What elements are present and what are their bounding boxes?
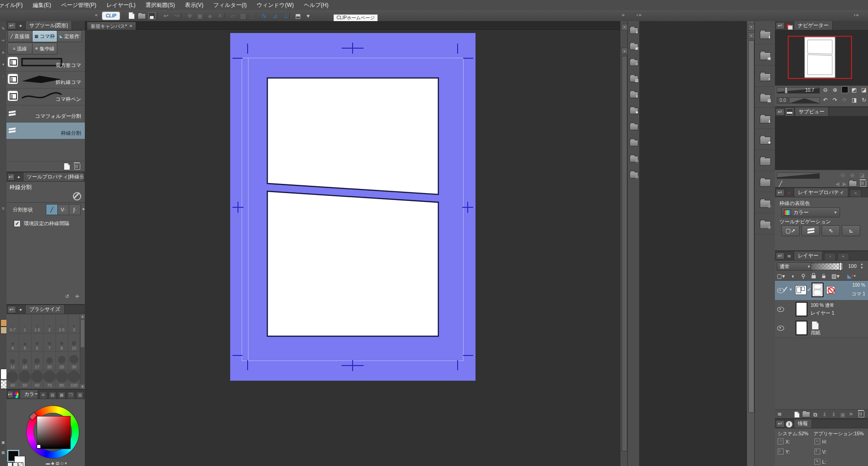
layer-thumbnail[interactable] bbox=[812, 283, 824, 297]
scroll-up-icon[interactable]: ▴ bbox=[748, 32, 755, 39]
folder-download-icon[interactable]: ⬇ bbox=[755, 110, 775, 129]
manga-page[interactable] bbox=[230, 33, 475, 381]
rotate-ccw-icon[interactable]: ↶ bbox=[821, 96, 830, 104]
select-shade-icon[interactable]: ▨ bbox=[238, 11, 248, 20]
navigator-thumbnail[interactable] bbox=[788, 36, 852, 79]
folder-cross-icon[interactable]: ✕ bbox=[755, 68, 775, 87]
opacity-slider[interactable] bbox=[811, 263, 843, 270]
scroll-down-icon[interactable]: ▼ bbox=[80, 384, 85, 389]
expand-strip-icon[interactable]: ‹ » bbox=[636, 12, 641, 17]
slider-mode-icons[interactable]: ▬ ◆ ▤ ◇ ▾ bbox=[46, 461, 67, 466]
new-folder-icon[interactable] bbox=[802, 411, 811, 418]
ruler-visibility-icon[interactable]: ◣✕▾ bbox=[844, 272, 859, 280]
folder-burst-icon[interactable]: ✸ bbox=[755, 131, 775, 150]
scroll-down-icon[interactable]: ▾ bbox=[621, 24, 628, 30]
sv-marker[interactable] bbox=[37, 444, 41, 449]
curve-tool-icon[interactable]: S bbox=[0, 206, 6, 211]
reset-all-icon[interactable]: ↻ bbox=[859, 96, 868, 104]
expression-color-dropdown[interactable]: カラー ▼ bbox=[781, 207, 840, 217]
paste-icon[interactable]: ▣ bbox=[195, 11, 205, 20]
subtool-tab-0[interactable]: ╱直接描 bbox=[7, 30, 33, 42]
flip-vertical-icon[interactable]: ◪ bbox=[859, 86, 868, 94]
folder-record-icon[interactable]: ◎ bbox=[628, 168, 640, 182]
merge-down-icon[interactable]: ⬇ bbox=[820, 411, 829, 418]
menu-item-3[interactable]: レイヤー(L) bbox=[101, 0, 141, 10]
transparent-chip[interactable] bbox=[18, 462, 23, 466]
white-swatch[interactable] bbox=[0, 369, 7, 380]
opacity-spinner[interactable]: ▲▼ bbox=[859, 262, 864, 270]
canvas-view[interactable] bbox=[85, 29, 620, 466]
folder-checker-icon[interactable]: ▦ bbox=[628, 72, 640, 85]
color-set-tab[interactable]: ▤ bbox=[49, 391, 56, 399]
canvas-tab[interactable]: 新規キャンバス* bbox=[87, 22, 136, 30]
brush-size-4[interactable]: 4 bbox=[6, 333, 19, 352]
brush-size-25[interactable]: 25 bbox=[55, 351, 68, 371]
collapse-strip-icon[interactable]: » bbox=[622, 12, 624, 17]
collapse-right-icon[interactable]: ‹ » bbox=[854, 12, 858, 17]
delete-icon[interactable] bbox=[858, 179, 868, 187]
zoom-out-icon[interactable]: ⊖ bbox=[838, 171, 847, 179]
sub-color-chip[interactable] bbox=[13, 462, 18, 466]
brush-size-40[interactable]: 40 bbox=[6, 370, 19, 389]
intermediate-color-tab[interactable]: ▦ bbox=[58, 391, 66, 399]
layer-color-icon[interactable]: ▢▾ bbox=[775, 272, 787, 280]
palette-icon[interactable]: ▣ bbox=[0, 440, 6, 444]
wrench-icon[interactable] bbox=[73, 192, 81, 200]
panel-menu-icon[interactable]: ▸≡ bbox=[7, 173, 15, 181]
folder-download-icon[interactable]: ⬇ bbox=[755, 26, 775, 44]
saturation-value-square[interactable] bbox=[37, 416, 71, 449]
reset-settings-icon[interactable]: ↺ bbox=[65, 294, 69, 300]
panel-menu-icon[interactable]: ▸≡ bbox=[7, 391, 13, 398]
save-icon[interactable] bbox=[147, 11, 156, 20]
main-color-chip[interactable] bbox=[7, 462, 12, 466]
panel-menu-icon[interactable]: ▸≡ bbox=[776, 189, 785, 196]
brush-size-1[interactable]: 1 bbox=[19, 314, 32, 333]
shape-tool-icon[interactable]: ▫ bbox=[0, 74, 6, 78]
layer-row-2[interactable]: 用紙 bbox=[775, 318, 868, 338]
subtool-item-0[interactable]: 長方形コマ bbox=[6, 55, 85, 72]
folder-cross-icon[interactable]: ✕ bbox=[628, 56, 640, 69]
dropdown-icon[interactable]: ▾ bbox=[0, 62, 6, 67]
brush-size-100[interactable]: 100 bbox=[68, 370, 81, 389]
pin-icon[interactable]: ⚲ bbox=[799, 272, 808, 280]
snap-ruler-icon[interactable]: N bbox=[260, 11, 269, 20]
select-tool-button[interactable]: ⇖ bbox=[822, 225, 840, 236]
register-settings-icon[interactable]: ✛ bbox=[75, 294, 79, 300]
zoom-in-icon[interactable]: ⊕ bbox=[830, 86, 840, 94]
apply-mask-icon[interactable]: ▣ bbox=[838, 411, 847, 418]
brush-size-60[interactable]: 60 bbox=[31, 370, 44, 389]
text-tool-icon[interactable]: A bbox=[0, 50, 6, 55]
zoom-out-icon[interactable]: ⊖ bbox=[821, 86, 830, 94]
zoom-slider-handle[interactable] bbox=[785, 87, 788, 94]
object-tool-button[interactable]: ▢➚ bbox=[781, 225, 800, 236]
menu-item-0[interactable]: ファイル(F) bbox=[0, 0, 28, 10]
subtool-tab-1[interactable]: ▦コマ枠 bbox=[32, 30, 57, 42]
menu-item-5[interactable]: 表示(V) bbox=[180, 0, 209, 10]
brush-size-1.5[interactable]: 1.5 bbox=[31, 314, 44, 333]
folder-record-icon[interactable]: ◎ bbox=[755, 194, 775, 213]
rotate-cw-icon[interactable]: ↷ bbox=[830, 96, 840, 104]
gap-checkbox-row[interactable]: ✓ 環境設定の枠線間隔 bbox=[14, 220, 69, 227]
folder-record-icon[interactable]: ◎ bbox=[628, 152, 640, 166]
new-layer-icon[interactable] bbox=[792, 411, 802, 418]
straight-split-button[interactable]: ╱ bbox=[46, 204, 58, 215]
flip-horizontal-icon[interactable]: ◩ bbox=[850, 86, 859, 94]
undo-icon[interactable]: ↩ bbox=[161, 11, 171, 20]
curve-split-button[interactable]: ʃ· bbox=[69, 204, 81, 215]
select-rect-icon[interactable]: ▱ bbox=[228, 11, 238, 20]
brush-size-50[interactable]: 50 bbox=[19, 370, 32, 389]
folder-icon[interactable] bbox=[755, 152, 775, 171]
subtool-item-1[interactable]: 折れ線コマ bbox=[6, 72, 85, 89]
blend-mode-dropdown[interactable]: 通常 ▼ bbox=[777, 262, 813, 271]
subview-zoom-slider[interactable] bbox=[777, 172, 820, 179]
subtool-tab-2[interactable]: ◣定規作 bbox=[57, 30, 82, 42]
layer-visible-icon[interactable] bbox=[777, 326, 784, 331]
lock-transparent-icon[interactable] bbox=[819, 272, 828, 279]
open-folder-icon[interactable] bbox=[848, 180, 857, 188]
folder-download-icon[interactable]: ⬇ bbox=[628, 24, 640, 37]
menu-item-7[interactable]: ウィンドウ(W) bbox=[252, 0, 299, 10]
pen-tool-icon[interactable]: ✎ bbox=[0, 27, 6, 31]
fill-icon[interactable]: ◈ bbox=[205, 11, 215, 20]
brush-size-30[interactable]: 30 bbox=[68, 351, 81, 371]
brush-size-8[interactable]: 8 bbox=[55, 333, 68, 352]
